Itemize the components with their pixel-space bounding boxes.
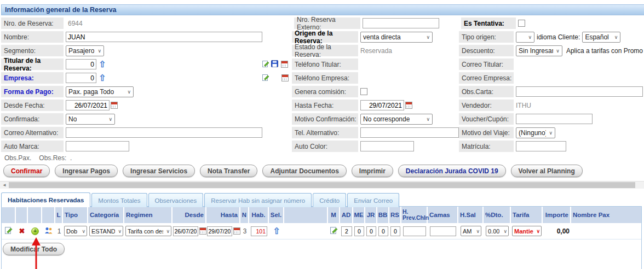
col-m: M (328, 207, 340, 223)
matricula-input[interactable] (516, 141, 566, 151)
obs-res-text: Obs.Res: (39, 154, 66, 162)
scrollbar-thumb[interactable] (9, 182, 635, 188)
row-me-input[interactable] (354, 226, 364, 236)
reservation-form: Nro. de Reserva: 6944 Nro. Reserva Exter… (1, 16, 643, 177)
obs-pax-label: Obs.Pax. (4, 154, 31, 162)
obs-carta-label: Obs.Carta: (459, 86, 514, 97)
voucher-input[interactable] (516, 114, 593, 124)
adjuntar-documentos-button[interactable]: Adjuntar Documentos (262, 165, 346, 177)
genera-comision-checkbox[interactable] (360, 88, 367, 95)
row-hab-input[interactable] (251, 226, 267, 236)
hasta-fecha-label: Hasta Fecha: (292, 100, 358, 111)
desde-fecha-label: Desde Fecha: (1, 100, 64, 111)
forma-pago-label: Forma de Pago: (1, 86, 64, 97)
imprimir-button[interactable]: Imprimir (352, 165, 393, 177)
scroll-left-icon[interactable]: ◄ (0, 182, 9, 189)
col-desde: Desde (173, 207, 206, 223)
descuento-label: Descuento: (459, 45, 514, 56)
row-camas-input[interactable] (430, 226, 456, 236)
confirmar-button[interactable]: Confirmar (3, 165, 50, 177)
segmento-select[interactable]: Pasajero ∨ (66, 45, 104, 56)
lookup-arrow-icon[interactable]: ⇧ (99, 60, 106, 69)
correo-titular-label: Correo Titular: (459, 59, 514, 70)
chevron-down-icon: ∨ (426, 116, 430, 122)
titular-input[interactable] (66, 59, 96, 69)
ingresar-servicios-button[interactable]: Ingresar Servicios (123, 165, 195, 177)
tarifa-select[interactable]: Mantie ∨ (512, 226, 542, 236)
col-regimen: Regimen (124, 207, 173, 223)
calendar-icon[interactable] (199, 227, 206, 235)
desde-fecha-input[interactable] (66, 100, 110, 110)
empresa-input[interactable] (66, 73, 96, 83)
horizontal-scrollbar[interactable]: ◄ (0, 181, 644, 189)
auto-marca-input[interactable] (66, 141, 129, 151)
es-tentativa-checkbox[interactable] (518, 20, 525, 27)
tipo-select[interactable]: Dob ∨ (64, 226, 87, 236)
calendar-icon[interactable] (233, 227, 240, 235)
hasta-fecha-input[interactable] (360, 100, 404, 110)
tab-habitaciones-reservadas[interactable]: Habitaciones Reservadas (1, 192, 90, 207)
nota-transfer-button[interactable]: Nota Transfer (200, 165, 257, 177)
empresa-label: Empresa: (1, 72, 64, 84)
row-bb-input[interactable] (378, 226, 388, 236)
nro-reserva-externo-input[interactable] (363, 18, 439, 28)
chevron-down-icon: ∨ (97, 48, 101, 54)
declaracion-jurada-covid-button[interactable]: Declaración Jurada COVID 19 (398, 165, 506, 177)
calendar-icon[interactable] (281, 74, 289, 81)
hsal-select[interactable]: AM ∨ (461, 226, 481, 236)
tab-reservar-hab-sin-asignar[interactable]: Reservar Hab sin asignar número (204, 193, 312, 207)
row-hprev-chin-input[interactable] (403, 226, 426, 236)
chevron-down-icon: ∨ (614, 34, 618, 40)
edit-icon[interactable] (330, 226, 338, 236)
row-noches: 3 (243, 227, 247, 235)
tab-observaciones[interactable]: Observaciones (148, 193, 204, 207)
pax-icon[interactable] (44, 227, 53, 236)
save-icon[interactable] (271, 60, 278, 69)
motivo-confirmacion-select[interactable]: No corresponde ∨ (360, 114, 433, 125)
calendar-icon[interactable] (405, 102, 412, 109)
row-jr-input[interactable] (366, 226, 376, 236)
add-icon[interactable]: + (31, 227, 39, 235)
descuento-select[interactable]: Sin Ingresar ∨ (516, 45, 562, 56)
motivo-viaje-select[interactable]: (Ninguno) ∨ (516, 127, 555, 138)
correo-empresa-label: Correo Empresa: (459, 72, 514, 84)
edit-icon[interactable] (262, 60, 269, 69)
obs-carta-input[interactable] (516, 86, 643, 97)
row-desde-input[interactable] (173, 226, 198, 236)
tab-montos-totales[interactable]: Montos Totales (91, 193, 147, 207)
ingresar-pagos-button[interactable]: Ingresar Pagos (55, 165, 118, 177)
dto-select[interactable]: 0.00 ∨ (486, 226, 509, 236)
volver-al-planning-button[interactable]: Volver al Planning (511, 165, 583, 177)
tel-alternativo-input[interactable] (360, 127, 459, 138)
modificar-todo-button[interactable]: Modificar Todo (3, 243, 65, 255)
col-bb: BB (377, 207, 389, 223)
row-ad-input[interactable] (341, 226, 352, 236)
tab-enviar-correo[interactable]: Enviar Correo (347, 193, 399, 207)
tab-credito[interactable]: Crédito (313, 193, 346, 207)
calendar-icon[interactable] (281, 61, 288, 68)
forma-pago-select[interactable]: Pax. paga Todo ∨ (66, 86, 134, 97)
categoria-select[interactable]: ESTANDA ∨ (89, 226, 123, 236)
chevron-down-icon: ∨ (556, 48, 560, 54)
correo-alternativo-input[interactable] (66, 127, 262, 138)
regimen-select[interactable]: Tarifa con des ∨ (125, 226, 171, 236)
nombre-label: Nombre: (1, 31, 64, 43)
edit-icon[interactable] (262, 74, 269, 83)
lookup-arrow-icon[interactable]: ⇧ (99, 74, 106, 83)
edit-icon[interactable] (5, 226, 13, 236)
idioma-cliente-select[interactable]: Español ∨ (582, 32, 620, 43)
tipo-origen-label: Tipo origen: (459, 31, 514, 43)
col-ad: AD (340, 207, 353, 223)
row-rs-input[interactable] (390, 226, 400, 236)
nombre-input[interactable] (66, 32, 262, 42)
auto-color-input[interactable] (360, 141, 414, 151)
obs-res-label: Obs.Res: . (39, 154, 72, 162)
delete-icon[interactable]: ✖ (19, 227, 25, 235)
row-hasta-input[interactable] (207, 226, 232, 236)
chevron-down-icon: ∨ (127, 89, 131, 95)
origen-select[interactable]: venta directa ∨ (360, 32, 433, 43)
tipo-origen-select[interactable]: ∨ (516, 32, 534, 43)
lookup-arrow-icon[interactable]: ⇧ (273, 227, 280, 236)
calendar-icon[interactable] (111, 102, 118, 109)
confirmada-select[interactable]: No ∨ (66, 114, 115, 125)
